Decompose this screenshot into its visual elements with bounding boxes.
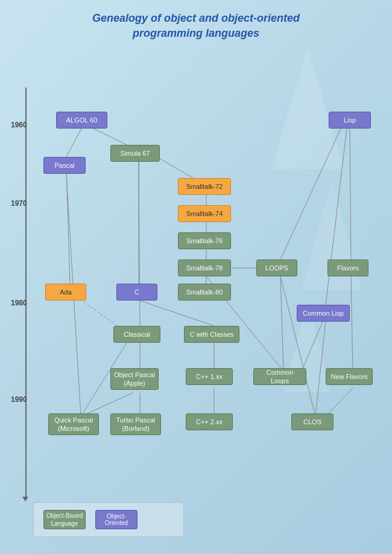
node-ada: Ada — [45, 284, 86, 301]
svg-line-9 — [350, 129, 351, 259]
legend-box-objectoriented: Object-Oriented — [95, 510, 138, 529]
svg-line-14 — [351, 276, 353, 371]
svg-line-24 — [66, 165, 70, 284]
svg-line-17 — [302, 322, 323, 371]
node-objectpascal: Object Pascal (Apple) — [110, 368, 159, 390]
node-smalltalk74: Smalltalk-74 — [178, 205, 231, 222]
node-clos: CLOS — [291, 413, 334, 430]
legend-item-objectbased: Object-BasedLanguage — [43, 510, 86, 529]
svg-line-11 — [326, 129, 347, 305]
node-smalltalk78: Smalltalk-78 — [178, 259, 231, 276]
node-cpp2xx: C++ 2.xx — [186, 413, 233, 430]
node-smalltalk72: Smalltalk-72 — [178, 178, 231, 195]
svg-line-10 — [280, 129, 341, 259]
node-algol60: ALGOL 60 — [56, 112, 107, 129]
diagram-area: 1960 1970 1980 1990 — [0, 51, 392, 540]
node-flavors: Flavors — [327, 259, 368, 276]
node-smalltalk80: Smalltalk-80 — [178, 284, 231, 301]
year-1960: 1960 — [11, 121, 27, 129]
year-1990: 1990 — [11, 395, 27, 404]
svg-line-16 — [315, 322, 326, 416]
node-simula67: Simula 67 — [110, 145, 160, 162]
svg-line-18 — [140, 301, 214, 326]
node-cpp1xx: C++ 1.xx — [186, 368, 233, 385]
year-1970: 1970 — [11, 199, 27, 208]
node-cwithclasses: C with Classes — [184, 326, 239, 343]
node-lisp: Lisp — [329, 112, 371, 129]
svg-line-15 — [326, 388, 353, 416]
page-title: Genealogy of object and object-oriented … — [0, 0, 392, 47]
svg-line-12 — [280, 276, 283, 371]
legend-item-objectoriented: Object-Oriented — [95, 510, 138, 529]
node-pascal: Pascal — [43, 157, 86, 174]
node-turbopascal: Turbo Pascal (Borland) — [110, 413, 161, 435]
svg-line-1 — [93, 129, 127, 145]
node-c: C — [116, 284, 157, 301]
node-smalltalk76: Smalltalk-76 — [178, 232, 231, 249]
timeline — [25, 88, 27, 498]
legend: Object-BasedLanguage Object-Oriented — [33, 502, 184, 537]
svg-line-0 — [66, 129, 81, 157]
timeline-arrow — [22, 497, 28, 501]
node-loops: LOOPS — [256, 259, 297, 276]
svg-line-4 — [139, 162, 140, 326]
node-commonloops: Common Loops — [253, 368, 306, 385]
node-commonlisp: Common Lisp — [297, 305, 350, 322]
node-newflavors: New Flavors — [326, 368, 373, 385]
svg-line-13 — [280, 276, 315, 416]
year-1980: 1980 — [11, 299, 27, 307]
node-quickpascal: Quick Pascal (Microsoft) — [48, 413, 99, 435]
node-classical: Classical — [113, 326, 160, 343]
legend-box-objectbased: Object-BasedLanguage — [43, 510, 86, 529]
